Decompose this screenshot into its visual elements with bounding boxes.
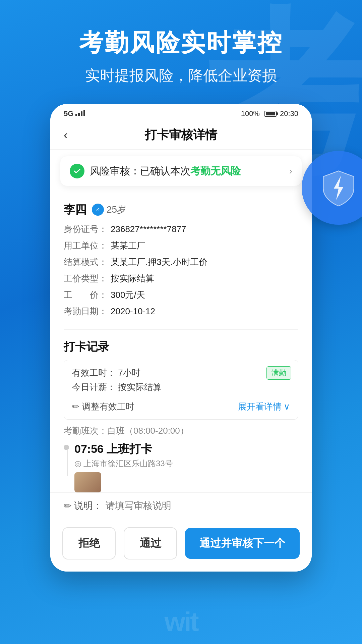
info-value-wage: 300元/天: [111, 288, 145, 302]
shield-lightning-icon: [318, 168, 359, 208]
battery-time: 100% 20:30: [241, 109, 298, 118]
shift-label: 考勤班次：白班（08:00-20:00）: [64, 425, 298, 437]
5g-label: 5G: [64, 109, 73, 118]
check-icon: [70, 164, 84, 178]
hero-title: 考勤风险实时掌控: [0, 27, 362, 59]
info-row-wage: 工 价： 300元/天: [64, 288, 298, 302]
clock-section-title: 打卡记录: [64, 339, 298, 355]
desc-edit-icon: ✏: [64, 500, 71, 512]
battery-icon: [264, 111, 277, 117]
back-button[interactable]: ‹: [64, 128, 68, 142]
info-row-company: 用工单位： 某某工厂: [64, 239, 298, 252]
battery-fill: [266, 112, 275, 115]
info-label-settlement: 结算模式：: [64, 256, 111, 269]
phone-mockup: 5G 100% 20:30 ‹ 打卡审核详情 风险审核：: [50, 104, 312, 572]
info-value-settlement: 某某工厂.押3天.小时工价: [111, 256, 207, 269]
age-text: 25岁: [107, 203, 126, 216]
info-value-id: 236827********7877: [111, 223, 186, 236]
info-value-company: 某某工厂: [111, 239, 145, 252]
gender-icon: ♂: [92, 204, 104, 216]
section-divider: [64, 329, 298, 330]
signal-status: 5G: [64, 109, 87, 118]
clock-in-action: 上班打卡: [107, 442, 152, 455]
timeline: 07:56 上班打卡 ◎ 上海市徐汇区乐山路33号: [64, 441, 298, 492]
signal-bars-icon: [75, 109, 85, 116]
adjust-hours-button[interactable]: ✏ 调整有效工时: [72, 401, 134, 413]
clock-in-time-action: 07:56 上班打卡: [74, 441, 173, 457]
info-label-id: 身份证号：: [64, 223, 111, 236]
bottom-watermark: wit: [0, 604, 362, 644]
info-row-wage-type: 工价类型： 按实际结算: [64, 272, 298, 285]
info-row-date: 考勤日期： 2020-10-12: [64, 305, 298, 318]
risk-text-highlight: 考勤无风险: [190, 165, 241, 176]
time-display: 20:30: [280, 109, 298, 118]
user-info-section: 李四 ♂ 25岁 身份证号： 236827********7877 用工单位： …: [64, 193, 298, 328]
reject-button[interactable]: 拒绝: [62, 527, 116, 559]
timeline-dot: [64, 445, 69, 450]
pass-and-next-button[interactable]: 通过并审核下一个: [185, 528, 300, 559]
effective-hours-value: 7小时: [118, 368, 140, 378]
timeline-item-clock-in: 07:56 上班打卡 ◎ 上海市徐汇区乐山路33号: [74, 441, 173, 492]
daily-salary-label: 今日计薪：: [72, 382, 116, 392]
bottom-action-bar: 拒绝 通过 通过并审核下一个: [50, 519, 312, 572]
description-input[interactable]: [106, 500, 298, 511]
status-bar: 5G 100% 20:30: [50, 104, 312, 121]
gender-age-badge: ♂ 25岁: [92, 203, 126, 216]
user-header: 李四 ♂ 25岁: [64, 202, 298, 217]
hero-subtitle: 实时提报风险，降低企业资损: [0, 66, 362, 86]
timeline-line: [67, 449, 68, 476]
watermark-text: wit: [164, 606, 197, 637]
clock-in-photo: [74, 472, 101, 492]
battery-percent: 100%: [241, 109, 260, 118]
info-label-date: 考勤日期：: [64, 305, 111, 318]
clock-in-time: 07:56: [74, 442, 104, 455]
description-label: ✏ 说明：: [64, 499, 102, 512]
info-label-company: 用工单位：: [64, 239, 111, 252]
info-label-wage: 工 价：: [64, 288, 111, 302]
risk-banner[interactable]: 风险审核：已确认本次考勤无风险 ›: [60, 156, 302, 186]
info-row-id: 身份证号： 236827********7877: [64, 223, 298, 236]
user-name: 李四: [64, 202, 86, 217]
info-value-wage-type: 按实际结算: [111, 272, 154, 285]
expand-detail-button[interactable]: 展开看详情 ∨: [238, 401, 290, 413]
clock-records-section: 打卡记录 有效工时： 7小时 满勤 今日计薪： 按实际结算 ✏ 调整有效工时: [64, 331, 298, 492]
nav-bar: ‹ 打卡审核详情: [50, 121, 312, 150]
info-value-date: 2020-10-12: [111, 305, 155, 318]
page-title: 打卡审核详情: [145, 127, 217, 143]
expand-chevron-icon: ∨: [284, 401, 290, 412]
risk-text-prefix: 风险审核：已确认本次: [90, 165, 190, 176]
clock-in-location: ◎ 上海市徐汇区乐山路33号: [74, 458, 173, 469]
risk-text: 风险审核：已确认本次考勤无风险: [90, 164, 289, 178]
location-icon: ◎: [74, 459, 81, 468]
pass-button[interactable]: 通过: [124, 527, 177, 559]
full-attendance-badge: 满勤: [266, 366, 291, 380]
daily-salary-value: 按实际结算: [118, 382, 162, 392]
edit-icon: ✏: [72, 401, 79, 412]
clock-action-row: ✏ 调整有效工时 展开看详情 ∨: [72, 396, 290, 413]
expand-label: 展开看详情: [238, 401, 282, 413]
clock-info-box: 有效工时： 7小时 满勤 今日计薪： 按实际结算 ✏ 调整有效工时 展开看详情 …: [64, 360, 298, 420]
content-area: 李四 ♂ 25岁 身份证号： 236827********7877 用工单位： …: [50, 193, 312, 492]
location-text: 上海市徐汇区乐山路33号: [83, 458, 173, 469]
info-row-settlement: 结算模式： 某某工厂.押3天.小时工价: [64, 256, 298, 269]
risk-arrow-icon: ›: [289, 166, 292, 176]
description-section: ✏ 说明：: [50, 492, 312, 519]
info-label-wage-type: 工价类型：: [64, 272, 111, 285]
adjust-label: 调整有效工时: [82, 401, 134, 413]
desc-label-text: 说明：: [74, 499, 102, 512]
effective-hours-row: 有效工时： 7小时: [72, 367, 290, 379]
effective-hours-label: 有效工时：: [72, 368, 116, 378]
daily-salary-row: 今日计薪： 按实际结算: [72, 381, 290, 393]
hero-section: 考勤风险实时掌控 实时提报风险，降低企业资损: [0, 27, 362, 86]
timeline-indicator: [64, 441, 69, 492]
